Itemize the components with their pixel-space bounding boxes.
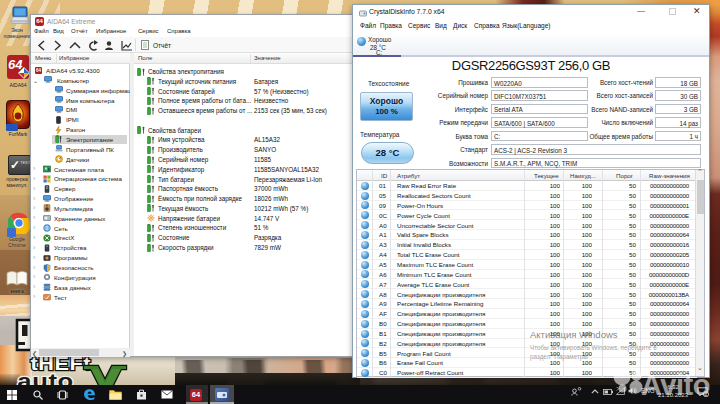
- svg-text:Avito: Avito: [641, 369, 710, 399]
